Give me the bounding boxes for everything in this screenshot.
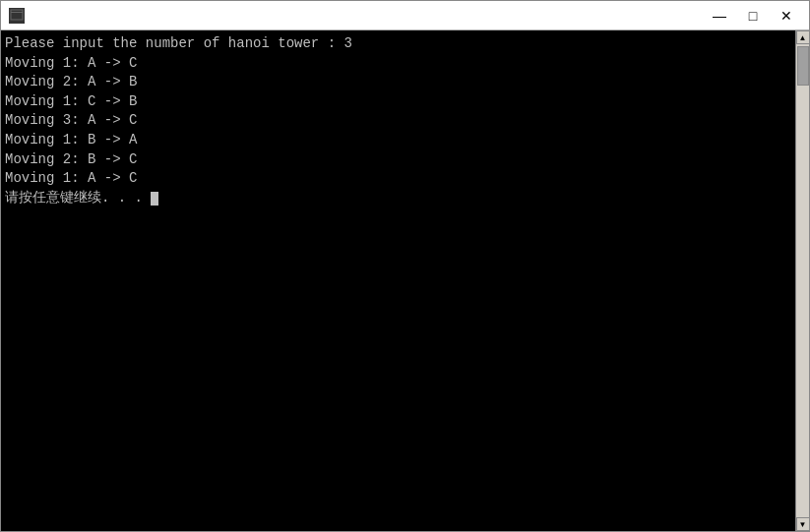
console-content: Please input the number of hanoi tower :… [1, 30, 795, 531]
svg-rect-0 [11, 10, 23, 20]
title-bar-controls: — □ ✕ [705, 6, 801, 26]
terminal-window: — □ ✕ Please input the number of hanoi t… [0, 0, 810, 532]
console-area[interactable]: Please input the number of hanoi tower :… [1, 30, 809, 531]
scrollbar[interactable]: ▲ ▼ [795, 30, 809, 531]
scrollbar-thumb[interactable] [797, 46, 809, 86]
close-button[interactable]: ✕ [772, 6, 801, 26]
scrollbar-up-button[interactable]: ▲ [796, 30, 810, 44]
svg-rect-1 [11, 12, 23, 13]
minimize-button[interactable]: — [705, 6, 734, 26]
maximize-button[interactable]: □ [738, 6, 768, 26]
scrollbar-track [796, 44, 809, 517]
cursor [151, 192, 158, 206]
console-output: Please input the number of hanoi tower :… [5, 34, 791, 207]
scrollbar-down-button[interactable]: ▼ [796, 517, 810, 531]
terminal-icon [9, 8, 25, 24]
title-bar-left [9, 8, 25, 24]
title-bar: — □ ✕ [1, 1, 809, 30]
